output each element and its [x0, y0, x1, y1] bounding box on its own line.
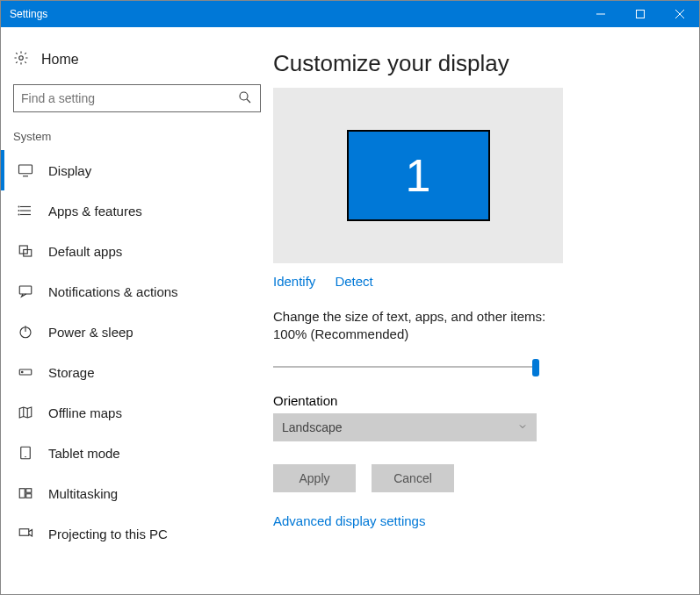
sidebar-item-display[interactable]: Display — [1, 150, 273, 190]
maximize-button[interactable] — [620, 1, 660, 27]
list-icon — [17, 203, 34, 219]
svg-point-4 — [19, 56, 24, 61]
close-button[interactable] — [660, 1, 699, 27]
sidebar-item-power-sleep[interactable]: Power & sleep — [1, 312, 273, 352]
minimize-icon — [596, 10, 605, 18]
sidebar: Home System Display Apps & features Defa… — [1, 27, 273, 594]
apply-button[interactable]: Apply — [273, 464, 356, 492]
multitask-icon — [17, 485, 34, 501]
monitor-number: 1 — [406, 149, 431, 202]
sidebar-item-storage[interactable]: Storage — [1, 352, 273, 392]
sidebar-item-label: Projecting to this PC — [48, 527, 168, 541]
sidebar-item-label: Notifications & actions — [48, 284, 178, 299]
home-button[interactable]: Home — [1, 43, 273, 84]
project-icon — [17, 526, 34, 541]
display-icon — [17, 162, 34, 178]
monitor-1[interactable]: 1 — [347, 130, 490, 221]
svg-rect-7 — [19, 165, 32, 174]
sidebar-item-label: Offline maps — [48, 405, 122, 420]
search-field[interactable] — [21, 91, 237, 105]
chevron-down-icon — [517, 420, 528, 434]
slider-thumb[interactable] — [532, 359, 539, 376]
orientation-label: Orientation — [273, 393, 664, 408]
main-panel: Customize your display 1 Identify Detect… — [273, 27, 699, 594]
search-icon — [237, 90, 253, 108]
defaults-icon — [17, 243, 34, 259]
svg-point-21 — [22, 371, 24, 373]
sidebar-item-label: Tablet mode — [48, 446, 120, 461]
svg-point-14 — [18, 214, 19, 215]
identify-link[interactable]: Identify — [273, 274, 315, 289]
sidebar-item-label: Power & sleep — [48, 325, 134, 340]
svg-rect-28 — [26, 494, 32, 498]
svg-rect-17 — [19, 286, 32, 294]
sidebar-item-label: Multitasking — [48, 486, 118, 501]
orientation-value: Landscape — [282, 420, 343, 434]
power-icon — [17, 324, 34, 340]
cancel-button[interactable]: Cancel — [372, 464, 454, 492]
maximize-icon — [636, 10, 645, 18]
svg-point-5 — [240, 92, 248, 100]
svg-point-12 — [18, 206, 19, 207]
svg-rect-26 — [19, 489, 25, 498]
chat-icon — [17, 283, 34, 299]
sidebar-item-label: Apps & features — [48, 204, 142, 219]
svg-rect-1 — [636, 11, 644, 18]
sidebar-item-projecting[interactable]: Projecting to this PC — [1, 513, 273, 554]
titlebar: Settings — [1, 1, 699, 27]
advanced-display-link[interactable]: Advanced display settings — [273, 513, 425, 528]
minimize-button[interactable] — [581, 1, 620, 27]
page-title: Customize your display — [273, 50, 664, 77]
display-arrangement[interactable]: 1 — [273, 88, 563, 263]
sidebar-item-apps-features[interactable]: Apps & features — [1, 190, 273, 231]
sidebar-item-default-apps[interactable]: Default apps — [1, 231, 273, 271]
sidebar-item-offline-maps[interactable]: Offline maps — [1, 392, 273, 433]
gear-icon — [13, 50, 29, 68]
sidebar-item-label: Default apps — [48, 244, 122, 259]
sidebar-item-tablet-mode[interactable]: Tablet mode — [1, 433, 273, 473]
storage-icon — [17, 364, 34, 380]
sidebar-item-label: Display — [48, 163, 91, 178]
svg-point-13 — [18, 211, 19, 211]
svg-line-6 — [247, 98, 250, 102]
sidebar-item-label: Storage — [48, 365, 95, 380]
section-label-system: System — [1, 130, 273, 150]
window-title: Settings — [10, 8, 581, 20]
sidebar-item-multitasking[interactable]: Multitasking — [1, 473, 273, 513]
search-input[interactable] — [13, 84, 261, 112]
slider-track — [273, 366, 537, 368]
map-icon — [17, 405, 34, 420]
home-label: Home — [41, 52, 79, 68]
tablet-icon — [17, 445, 34, 461]
svg-rect-27 — [26, 489, 32, 493]
svg-rect-29 — [19, 529, 29, 536]
scale-label: Change the size of text, apps, and other… — [273, 308, 563, 344]
sidebar-item-notifications[interactable]: Notifications & actions — [1, 271, 273, 312]
scale-slider[interactable] — [273, 356, 537, 377]
detect-link[interactable]: Detect — [335, 274, 372, 289]
close-icon — [675, 10, 684, 18]
orientation-select[interactable]: Landscape — [273, 413, 537, 441]
